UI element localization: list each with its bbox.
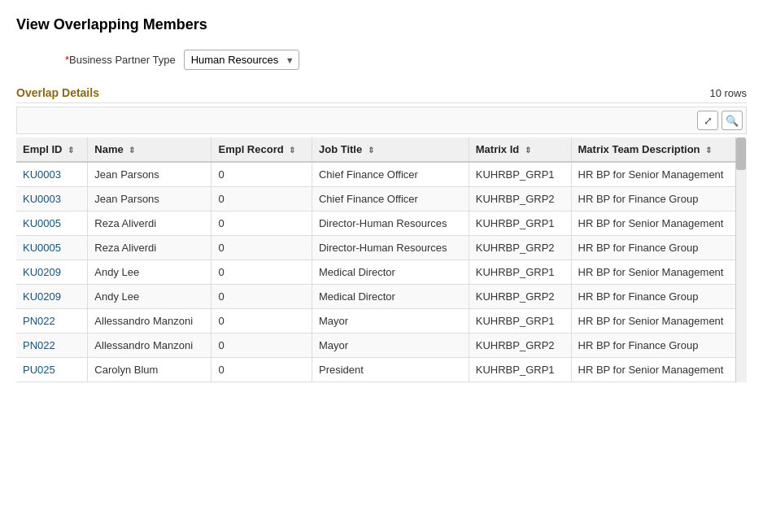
col-empl-record[interactable]: Empl Record ⇕ [211, 137, 312, 162]
table-row: PN022Allessandro Manzoni0MayorKUHRBP_GRP… [16, 309, 747, 334]
cell-matrix-team-desc: HR BP for Senior Management [571, 211, 747, 236]
cell-name: Jean Parsons [88, 162, 211, 187]
sort-icon-name: ⇕ [129, 146, 135, 155]
page-title: View Overlapping Members [16, 16, 747, 33]
business-partner-type-label: *Business Partner Type [65, 54, 176, 66]
business-partner-type-row: *Business Partner Type Human Resources F… [16, 50, 747, 70]
cell-matrix-team-desc: HR BP for Senior Management [571, 309, 747, 334]
scrollbar-thumb[interactable] [736, 137, 746, 170]
cell-empl-id: KU0003 [16, 162, 88, 187]
cell-job-title: President [312, 358, 469, 382]
table-row: KU0003Jean Parsons0Chief Finance Officer… [16, 162, 747, 187]
search-button[interactable]: 🔍 [722, 111, 743, 130]
table-header: Empl ID ⇕ Name ⇕ Empl Record ⇕ Job Title… [16, 137, 747, 162]
cell-matrix-id: KUHRBP_GRP2 [469, 334, 571, 358]
cell-job-title: Director-Human Resources [312, 236, 469, 260]
cell-matrix-team-desc: HR BP for Finance Group [571, 236, 747, 260]
cell-matrix-team-desc: HR BP for Finance Group [571, 187, 747, 211]
empl-id-link[interactable]: PU025 [23, 364, 55, 376]
col-name[interactable]: Name ⇕ [88, 137, 211, 162]
table-row: KU0005Reza Aliverdi0Director-Human Resou… [16, 236, 747, 260]
table-row: KU0209Andy Lee0Medical DirectorKUHRBP_GR… [16, 260, 747, 285]
cell-job-title: Mayor [312, 309, 469, 334]
table-row: PU025Carolyn Blum0PresidentKUHRBP_GRP1HR… [16, 358, 747, 382]
empl-id-link[interactable]: KU0209 [23, 290, 61, 303]
cell-empl-record: 0 [211, 309, 312, 334]
overlap-section-header: Overlap Details 10 rows [16, 86, 747, 103]
cell-job-title: Chief Finance Officer [312, 187, 469, 211]
cell-name: Andy Lee [88, 260, 211, 285]
table-header-row: Empl ID ⇕ Name ⇕ Empl Record ⇕ Job Title… [16, 137, 747, 162]
empl-id-link[interactable]: KU0005 [23, 242, 61, 254]
sort-icon-job-title: ⇕ [368, 146, 374, 155]
cell-matrix-team-desc: HR BP for Finance Group [571, 334, 747, 358]
col-empl-id[interactable]: Empl ID ⇕ [16, 137, 88, 162]
empl-id-link[interactable]: PN022 [23, 315, 55, 327]
business-partner-type-select[interactable]: Human Resources Finance Operations [184, 50, 299, 70]
empl-id-link[interactable]: KU0003 [23, 193, 61, 205]
empl-id-link[interactable]: PN022 [23, 339, 55, 351]
search-icon: 🔍 [726, 115, 739, 127]
sort-icon-empl-record: ⇕ [289, 146, 295, 155]
cell-matrix-id: KUHRBP_GRP1 [469, 260, 571, 285]
cell-matrix-team-desc: HR BP for Finance Group [571, 285, 747, 309]
table-row: KU0003Jean Parsons0Chief Finance Officer… [16, 187, 747, 211]
sort-icon-empl-id: ⇕ [68, 146, 74, 155]
row-count-label: 10 rows [709, 87, 747, 99]
cell-empl-id: KU0209 [16, 260, 88, 285]
cell-job-title: Medical Director [312, 285, 469, 309]
overlap-section-title: Overlap Details [16, 86, 99, 99]
cell-name: Allessandro Manzoni [88, 309, 211, 334]
cell-job-title: Mayor [312, 334, 469, 358]
cell-empl-id: PN022 [16, 309, 88, 334]
cell-name: Reza Aliverdi [88, 211, 211, 236]
cell-empl-record: 0 [211, 162, 312, 187]
cell-matrix-id: KUHRBP_GRP1 [469, 309, 571, 334]
overlap-table: Empl ID ⇕ Name ⇕ Empl Record ⇕ Job Title… [16, 137, 747, 382]
cell-job-title: Medical Director [312, 260, 469, 285]
cell-empl-record: 0 [211, 187, 312, 211]
col-matrix-id[interactable]: Matrix Id ⇕ [469, 137, 571, 162]
cell-name: Allessandro Manzoni [88, 334, 211, 358]
cell-matrix-id: KUHRBP_GRP1 [469, 358, 571, 382]
cell-empl-id: PN022 [16, 334, 88, 358]
cell-empl-record: 0 [211, 334, 312, 358]
cell-name: Jean Parsons [88, 187, 211, 211]
expand-icon: ⤢ [704, 115, 713, 127]
cell-matrix-team-desc: HR BP for Senior Management [571, 162, 747, 187]
sort-icon-matrix-id: ⇕ [525, 146, 531, 155]
cell-empl-record: 0 [211, 358, 312, 382]
table-body: KU0003Jean Parsons0Chief Finance Officer… [16, 162, 747, 382]
empl-id-link[interactable]: KU0003 [23, 168, 61, 181]
table-row: KU0209Andy Lee0Medical DirectorKUHRBP_GR… [16, 285, 747, 309]
cell-empl-id: KU0003 [16, 187, 88, 211]
table-container: Empl ID ⇕ Name ⇕ Empl Record ⇕ Job Title… [16, 137, 747, 382]
cell-empl-record: 0 [211, 211, 312, 236]
col-matrix-team-desc[interactable]: Matrix Team Description ⇕ [571, 137, 747, 162]
cell-empl-record: 0 [211, 236, 312, 260]
business-partner-type-select-wrapper[interactable]: Human Resources Finance Operations ▼ [184, 50, 299, 70]
empl-id-link[interactable]: KU0005 [23, 217, 61, 229]
cell-matrix-id: KUHRBP_GRP1 [469, 162, 571, 187]
cell-matrix-team-desc: HR BP for Senior Management [571, 260, 747, 285]
empl-id-link[interactable]: KU0209 [23, 266, 61, 278]
cell-empl-record: 0 [211, 260, 312, 285]
col-job-title[interactable]: Job Title ⇕ [312, 137, 469, 162]
cell-job-title: Director-Human Resources [312, 211, 469, 236]
cell-empl-id: KU0005 [16, 211, 88, 236]
cell-empl-id: KU0209 [16, 285, 88, 309]
table-row: PN022Allessandro Manzoni0MayorKUHRBP_GRP… [16, 334, 747, 358]
cell-empl-id: KU0005 [16, 236, 88, 260]
table-row: KU0005Reza Aliverdi0Director-Human Resou… [16, 211, 747, 236]
cell-name: Carolyn Blum [88, 358, 211, 382]
cell-job-title: Chief Finance Officer [312, 162, 469, 187]
scrollbar-track[interactable] [735, 137, 747, 382]
expand-button[interactable]: ⤢ [697, 111, 718, 130]
cell-matrix-id: KUHRBP_GRP2 [469, 285, 571, 309]
cell-matrix-team-desc: HR BP for Senior Management [571, 358, 747, 382]
cell-name: Reza Aliverdi [88, 236, 211, 260]
cell-empl-id: PU025 [16, 358, 88, 382]
cell-empl-record: 0 [211, 285, 312, 309]
cell-matrix-id: KUHRBP_GRP2 [469, 236, 571, 260]
cell-name: Andy Lee [88, 285, 211, 309]
